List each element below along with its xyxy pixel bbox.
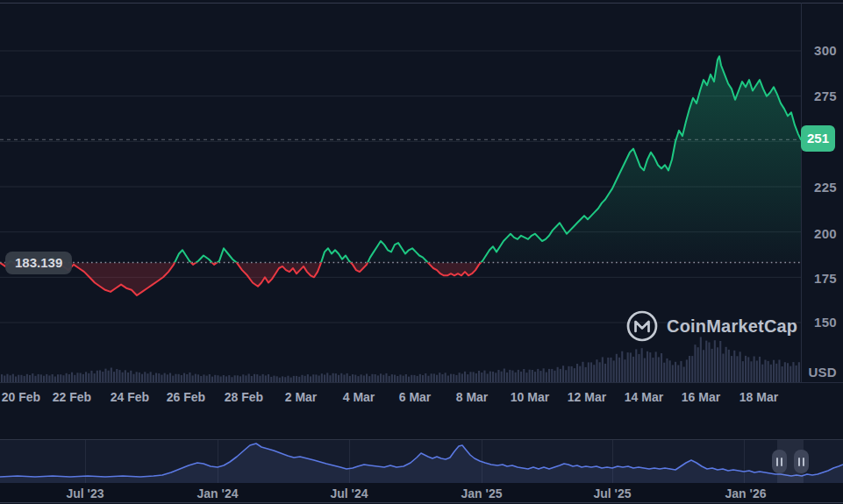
x-axis-label: 10 Mar — [511, 390, 549, 404]
watermark: CoinMarketCap — [625, 309, 797, 343]
navigator-date-label: Jul '24 — [330, 486, 368, 500]
y-axis-label: 300 — [800, 43, 837, 58]
navigator-date-label: Jan '25 — [461, 486, 503, 500]
y-axis-label: 150 — [800, 315, 837, 330]
current-price-badge: 251 — [801, 125, 835, 152]
x-axis-label: 28 Feb — [225, 390, 263, 404]
navigator-axis-strip — [0, 483, 843, 503]
x-axis-label: 20 Feb — [2, 390, 40, 404]
coinmarketcap-logo-icon — [625, 309, 659, 343]
navigator-date-label: Jan '26 — [725, 486, 767, 500]
x-axis-label: 14 Mar — [625, 390, 663, 404]
baseline-price-pill: 183.139 — [5, 252, 72, 274]
price-chart-widget: 300275225200175150USD 251 183.139 20 Feb… — [0, 0, 843, 504]
bottom-border — [0, 502, 843, 503]
y-axis-unit-label: USD — [800, 365, 837, 380]
x-axis-label: 18 Mar — [739, 390, 778, 404]
x-axis-label: 4 Mar — [343, 390, 375, 404]
y-axis-label: 200 — [800, 226, 837, 241]
y-axis-label: 275 — [800, 89, 837, 103]
gain-area-fill — [0, 56, 801, 295]
x-axis-label: 8 Mar — [456, 390, 489, 404]
x-axis-label: 22 Feb — [53, 390, 91, 404]
navigator-date-label: Jul '25 — [593, 486, 631, 500]
x-axis-label: 24 Feb — [111, 390, 149, 404]
navigator-handle-left[interactable] — [772, 450, 787, 473]
volume-bars — [1, 337, 800, 383]
navigator-date-label: Jul '23 — [66, 486, 104, 500]
x-axis-label: 2 Mar — [285, 390, 318, 404]
x-axis-label: 12 Mar — [568, 390, 606, 404]
y-axis-label: 225 — [800, 180, 837, 195]
navigator-chart[interactable] — [0, 439, 843, 483]
watermark-text: CoinMarketCap — [667, 316, 797, 337]
y-axis-label: 175 — [800, 271, 837, 286]
x-axis-label: 26 Feb — [167, 390, 205, 404]
x-axis-label: 16 Mar — [682, 390, 720, 404]
navigator-date-label: Jan '24 — [197, 486, 239, 500]
navigator-handle-right[interactable] — [794, 450, 809, 473]
x-axis-label: 6 Mar — [399, 390, 432, 404]
